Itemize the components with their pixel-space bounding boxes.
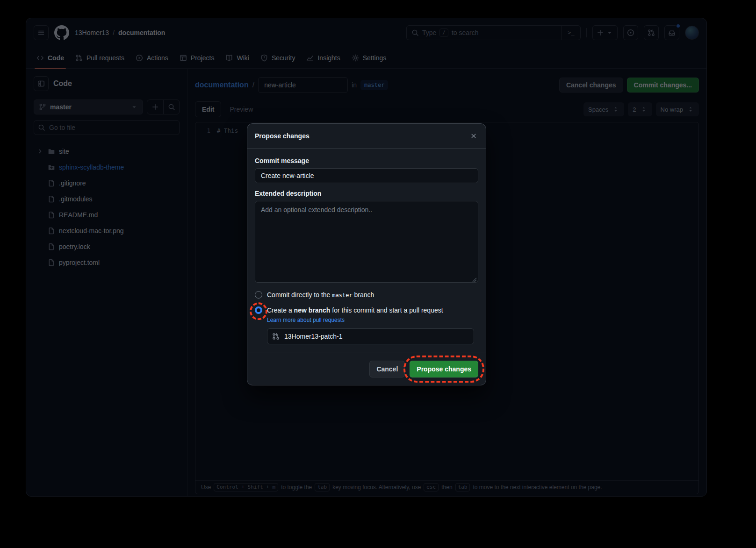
commit-direct-label: Commit directly to the master branch: [267, 290, 374, 300]
propose-wrap: Propose changes: [410, 361, 478, 377]
propose-changes-dialog: Propose changes Commit message Extended …: [247, 123, 486, 385]
commit-message-label: Commit message: [255, 157, 478, 164]
learn-more-link[interactable]: Learn more about pull requests: [267, 317, 345, 323]
dialog-footer: Cancel Propose changes: [247, 353, 486, 385]
commit-message-input[interactable]: [255, 168, 478, 183]
extended-description-textarea[interactable]: [255, 201, 478, 283]
propose-changes-button[interactable]: Propose changes: [410, 361, 478, 377]
new-branch-label: Create a new branch for this commit and …: [267, 306, 443, 315]
dialog-header: Propose changes: [247, 124, 486, 149]
git-pull-request-icon: [272, 333, 280, 340]
cancel-button[interactable]: Cancel: [369, 361, 405, 377]
dialog-body: Commit message Extended description Comm…: [247, 149, 486, 344]
close-icon[interactable]: [469, 131, 478, 141]
resize-grip-icon[interactable]: [472, 278, 477, 282]
commit-direct-option: Commit directly to the master branch: [255, 290, 478, 300]
commit-direct-radio[interactable]: [255, 291, 262, 299]
dialog-title: Propose changes: [255, 132, 310, 140]
new-branch-radio[interactable]: [255, 306, 262, 314]
extended-description-label: Extended description: [255, 190, 478, 197]
branch-name-input[interactable]: [267, 328, 474, 344]
new-branch-option: Create a new branch for this commit and …: [255, 306, 478, 315]
branch-name-wrap: [267, 328, 478, 344]
extended-description-wrap: [255, 201, 478, 285]
